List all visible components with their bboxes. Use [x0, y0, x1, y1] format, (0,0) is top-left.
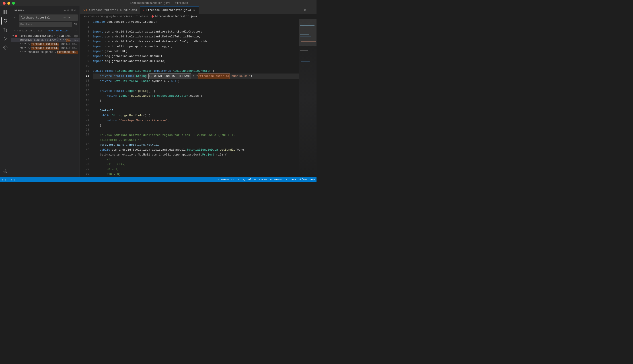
status-language[interactable]: Java: [290, 178, 296, 181]
xml-icon: ⟨/⟩: [83, 8, 87, 12]
svg-rect-13: [5, 48, 6, 50]
svg-rect-28: [300, 50, 308, 50]
match-text-3: r9 = "/firebase_tutorial_bundle.xml";: [20, 46, 78, 50]
svg-rect-27: [301, 48, 313, 48]
activity-bar: [0, 6, 11, 177]
match-case-button[interactable]: Aa: [62, 15, 67, 20]
code-line-9: import org.jetbrains.annotations.Nullabl…: [93, 59, 299, 64]
refresh-icon[interactable]: ↺: [64, 8, 66, 12]
close-button[interactable]: [3, 2, 6, 5]
search-collapse-toggle[interactable]: ▼: [14, 16, 18, 19]
svg-rect-29: [300, 54, 311, 54]
activity-run-icon[interactable]: [1, 35, 9, 43]
status-errors[interactable]: ⊗ 0 ⚠ 0: [2, 178, 15, 181]
collapse-icon[interactable]: ⊟: [67, 8, 69, 12]
code-line-14: [93, 84, 299, 89]
svg-rect-18: [300, 28, 316, 28]
breadcrumb-services[interactable]: services: [119, 15, 132, 18]
search-options: Aa AB .*: [62, 15, 76, 20]
breadcrumb-firebase[interactable]: firebase: [136, 15, 149, 18]
match-close-icon[interactable]: ✕: [76, 39, 78, 42]
tab-java-close[interactable]: ✕: [192, 8, 196, 12]
match-item-3[interactable]: r9 = "/firebase_tutorial_bundle.xml";: [11, 46, 80, 50]
code-line-16: return Logger.getInstance(FirebaseBundle…: [93, 94, 299, 98]
replace-input-container: [19, 22, 72, 27]
code-line-3: import com.android.tools.idea.assistant.…: [93, 30, 299, 34]
code-line-8: import org.jetbrains.annotations.NotNull…: [93, 54, 299, 59]
svg-rect-1: [6, 10, 7, 12]
open-in-editor-link[interactable]: Open in editor: [48, 30, 69, 32]
regex-button[interactable]: .*: [72, 15, 76, 20]
search-header-icons: ↺ ⊟ ⧉ ⊘: [64, 8, 76, 12]
maximize-button[interactable]: [12, 2, 15, 5]
match-text-1: TUTORIAL_CONFIG_FILENAME = "/fi...: [20, 38, 73, 42]
file-result-path: sources/c...: [65, 35, 73, 38]
match-item-4[interactable]: r7 = "Unable to parse /firebase_tutorial…: [11, 50, 80, 54]
tab-xml-label: firebase_tutorial_bundle.xml: [89, 8, 137, 12]
search-panel-title: SEARCH: [14, 9, 25, 12]
breadcrumb-filename: FirebaseBundleCreator.java: [155, 15, 197, 18]
breadcrumb-sources[interactable]: sources: [83, 15, 95, 18]
match-item-2[interactable]: r7 = "/firebase_tutorial_bundle.xml";: [11, 42, 80, 46]
breadcrumb: sources › com › google › services › fire…: [80, 14, 317, 19]
status-vim-mode[interactable]: -- NORMAL --: [216, 178, 234, 181]
svg-rect-15: [300, 21, 311, 21]
titlebar: FirebaseBundleCreator.java — firebase: [0, 0, 317, 6]
status-offset[interactable]: Offset: 515: [298, 178, 315, 181]
results-count: 4 results in 1 file – Open in editor: [14, 30, 69, 32]
code-content[interactable]: package com.google.services.firebase; im…: [91, 19, 299, 177]
code-line-2: [93, 24, 299, 30]
replace-action-button[interactable]: AB: [73, 22, 78, 27]
search-panel-header: SEARCH ↺ ⊟ ⧉ ⊘: [11, 6, 80, 14]
code-line-24b: Splitter:B:20:0x005a} */: [93, 138, 299, 142]
file-result-header[interactable]: ▼ FirebaseBundleCreator.java sources/c..…: [11, 34, 80, 38]
code-line-23: [93, 128, 299, 133]
match-text-2: r7 = "/firebase_tutorial_bundle.xml";: [20, 42, 78, 46]
svg-line-5: [7, 22, 7, 23]
activity-settings-icon[interactable]: [1, 167, 9, 175]
code-line-29: r8 = 1;: [93, 167, 299, 172]
activity-git-icon[interactable]: [1, 26, 9, 34]
svg-point-7: [4, 28, 5, 30]
code-line-27: /*: [93, 157, 299, 162]
match-open-icon[interactable]: ⊞: [74, 39, 76, 42]
minimize-button[interactable]: [7, 2, 10, 5]
tab-java[interactable]: ☕ FirebaseBundleCreator.java ✕: [140, 6, 199, 14]
svg-rect-19: [300, 30, 312, 30]
minimap-bg: [299, 19, 317, 177]
code-line-20: public String getBundleId() {: [93, 113, 299, 118]
new-search-icon[interactable]: ⧉: [71, 8, 73, 12]
svg-rect-3: [6, 12, 7, 14]
svg-point-4: [4, 20, 7, 22]
status-position[interactable]: Ln 12, Col 56: [237, 178, 256, 181]
more-options-button[interactable]: ···: [72, 29, 78, 32]
tab-xml[interactable]: ⟨/⟩ firebase_tutorial_bundle.xml: [80, 6, 140, 14]
search-input[interactable]: [20, 16, 61, 20]
activity-extensions-icon[interactable]: [1, 44, 9, 52]
clear-results-icon[interactable]: ⊘: [74, 8, 76, 12]
status-spaces[interactable]: Spaces: 4: [258, 178, 271, 181]
split-editor-button[interactable]: ⧉: [302, 7, 308, 13]
file-result-name: FirebaseBundleCreator.java: [19, 34, 64, 38]
results-header: 4 results in 1 file – Open in editor ···: [11, 28, 80, 34]
code-editor[interactable]: 12345 678910 1112131415 1617181920 21222…: [80, 19, 317, 177]
breadcrumb-google[interactable]: google: [106, 15, 116, 18]
more-tabs-button[interactable]: ···: [309, 7, 315, 13]
tabs-end-actions: ⧉ ···: [300, 6, 317, 14]
svg-rect-22: [300, 36, 311, 37]
replace-input[interactable]: [20, 23, 71, 26]
status-encoding[interactable]: UTF-8: [274, 178, 282, 181]
activity-explorer-icon[interactable]: [1, 8, 9, 16]
svg-rect-32: [301, 62, 310, 62]
activity-search-icon[interactable]: [1, 17, 9, 25]
status-line-ending[interactable]: LF: [284, 178, 287, 181]
breadcrumb-com[interactable]: com: [98, 15, 103, 18]
code-line-6: import com.intellij.openapi.diagnostic.L…: [93, 44, 299, 49]
match-item-1[interactable]: TUTORIAL_CONFIG_FILENAME = "/fi... ⊞ ✕: [11, 38, 80, 42]
status-bar: ⊗ 0 ⚠ 0 -- NORMAL -- Ln 12, Col 56 Space…: [0, 177, 317, 182]
java-icon: ☕: [143, 8, 144, 12]
file-error-dot: [15, 35, 18, 37]
file-result-count: 4: [74, 35, 78, 38]
whole-word-button[interactable]: AB: [67, 15, 71, 20]
line-numbers: 12345 678910 1112131415 1617181920 21222…: [80, 19, 91, 177]
